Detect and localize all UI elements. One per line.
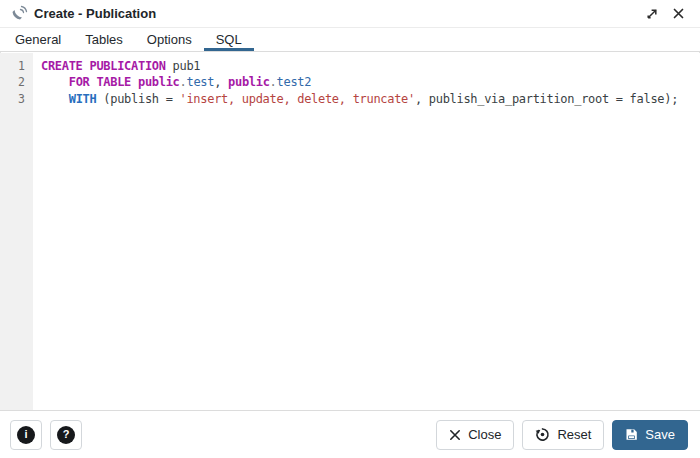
save-floppy-icon: [625, 428, 638, 441]
close-button-label: Close: [468, 427, 501, 442]
close-x-icon: [449, 429, 461, 441]
tab-options[interactable]: Options: [135, 28, 204, 51]
dialog-title: Create - Publication: [34, 6, 642, 21]
save-button[interactable]: Save: [612, 420, 688, 450]
tab-general[interactable]: General: [3, 28, 73, 51]
sql-code-area[interactable]: CREATE PUBLICATION pub1 FOR TABLE public…: [33, 53, 700, 410]
close-button[interactable]: Close: [436, 420, 514, 450]
title-bar: Create - Publication: [0, 0, 700, 28]
create-publication-dialog: { "window": { "title": "Create - Publica…: [0, 0, 700, 458]
reset-button[interactable]: Reset: [522, 420, 604, 450]
help-button[interactable]: ?: [50, 420, 82, 450]
footer-bar: i ? Close Reset Save: [0, 410, 700, 458]
maximize-icon[interactable]: [642, 4, 662, 24]
sql-editor: 123 CREATE PUBLICATION pub1 FOR TABLE pu…: [0, 53, 700, 410]
info-icon: i: [17, 426, 35, 444]
save-button-label: Save: [645, 427, 675, 442]
code-line: FOR TABLE public.test, public.test2: [41, 74, 700, 90]
tab-tables[interactable]: Tables: [73, 28, 135, 51]
tab-sql[interactable]: SQL: [204, 28, 254, 51]
code-line: CREATE PUBLICATION pub1: [41, 58, 700, 74]
sql-info-button[interactable]: i: [10, 420, 42, 450]
close-icon[interactable]: [668, 4, 688, 24]
line-number-gutter: 123: [0, 53, 33, 410]
publication-icon: [11, 5, 28, 21]
code-line: WITH (publish = 'insert, update, delete,…: [41, 91, 700, 107]
line-number: 1: [0, 58, 33, 74]
help-icon: ?: [57, 426, 75, 444]
reset-icon: [535, 427, 550, 442]
tab-bar: GeneralTablesOptionsSQL: [0, 28, 700, 52]
reset-button-label: Reset: [557, 427, 591, 442]
line-number: 2: [0, 74, 33, 90]
line-number: 3: [0, 91, 33, 107]
